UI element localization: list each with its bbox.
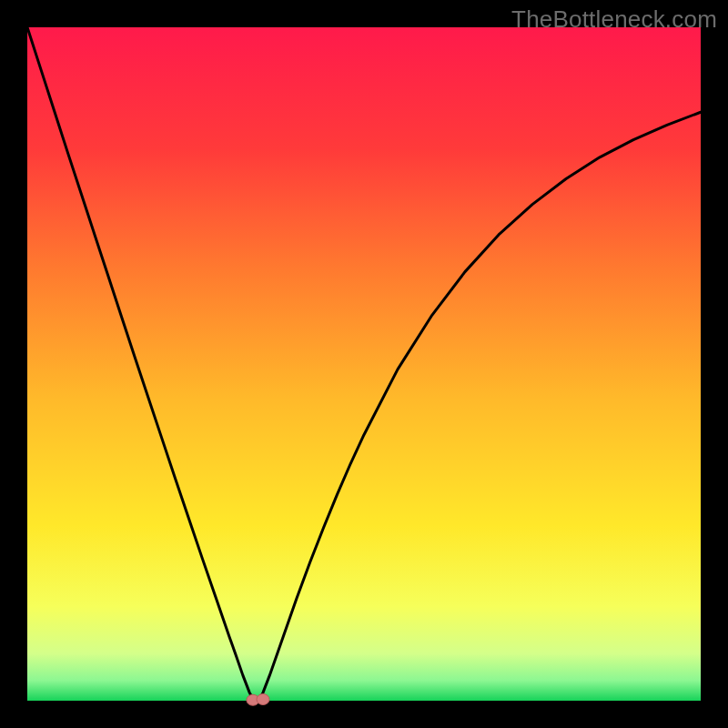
watermark-text: TheBottleneck.com xyxy=(511,5,717,34)
chart-stage: TheBottleneck.com xyxy=(0,0,728,728)
plot-gradient-bg xyxy=(27,27,701,701)
curve-min-marker xyxy=(257,694,269,705)
bottleneck-chart xyxy=(0,0,728,728)
